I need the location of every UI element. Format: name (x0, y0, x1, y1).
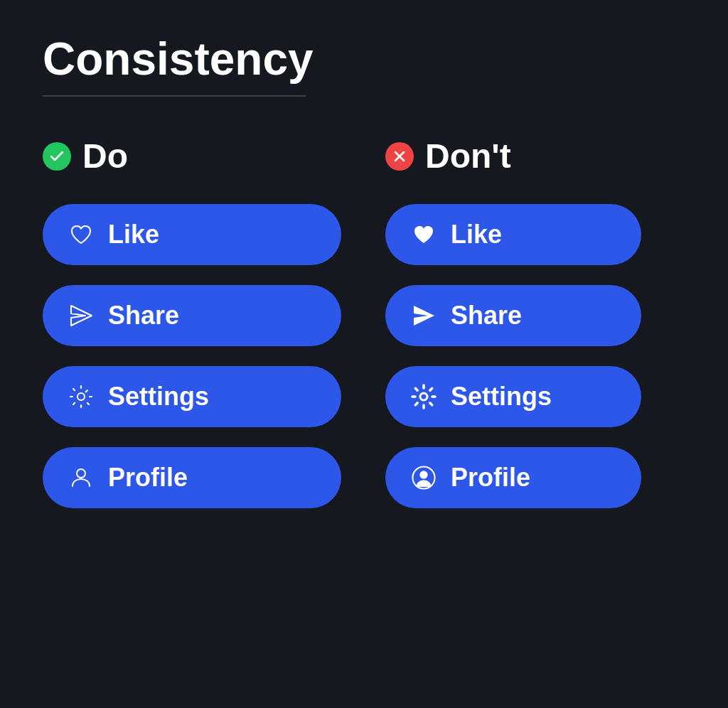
profile-circle-icon (411, 465, 437, 490)
svg-point-6 (420, 393, 427, 400)
title-divider (43, 95, 306, 97)
columns-container: Do Like (43, 136, 685, 528)
heart-filled-icon (411, 222, 437, 247)
dont-like-label: Like (451, 220, 502, 250)
do-column-header: Do (43, 136, 343, 176)
dont-profile-row: Profile (385, 447, 685, 508)
do-share-label: Share (108, 301, 179, 331)
do-like-button[interactable]: Like (43, 204, 341, 265)
do-settings-button[interactable]: Settings (43, 366, 341, 427)
share-filled-icon (411, 303, 437, 328)
svg-marker-5 (414, 306, 434, 326)
dont-share-row: Share (385, 285, 685, 346)
dont-settings-row: Settings (385, 366, 685, 427)
dont-profile-button[interactable]: Profile (385, 447, 641, 508)
dont-settings-button[interactable]: Settings (385, 366, 641, 427)
page-title: Consistency (43, 34, 685, 84)
settings-filled-icon (411, 384, 437, 409)
dont-label: Don't (425, 136, 511, 176)
dont-column-header: Don't (385, 136, 685, 176)
do-profile-button[interactable]: Profile (43, 447, 341, 508)
dont-like-row: Like (385, 204, 685, 265)
do-check-icon (43, 142, 71, 171)
do-column: Do Like (43, 136, 343, 528)
svg-point-8 (420, 471, 427, 478)
dont-settings-label: Settings (451, 382, 552, 412)
do-share-button[interactable]: Share (43, 285, 341, 346)
do-profile-label: Profile (108, 463, 188, 493)
dont-profile-label: Profile (451, 463, 530, 493)
page-container: Consistency Do (43, 34, 685, 528)
profile-outline-icon (68, 465, 94, 490)
do-settings-row: Settings (43, 366, 343, 427)
svg-point-1 (77, 393, 85, 400)
dont-share-button[interactable]: Share (385, 285, 641, 346)
heart-outline-icon (68, 222, 94, 247)
do-settings-label: Settings (108, 382, 209, 412)
settings-outline-icon (68, 384, 94, 409)
dont-x-icon (385, 142, 414, 171)
dont-share-label: Share (451, 301, 522, 331)
do-like-row: Like (43, 204, 343, 265)
do-like-label: Like (108, 220, 159, 250)
svg-marker-0 (71, 306, 92, 326)
dont-column: Don't Like (385, 136, 685, 528)
do-label: Do (82, 136, 128, 176)
dont-like-button[interactable]: Like (385, 204, 641, 265)
share-outline-icon (68, 303, 94, 328)
do-share-row: Share (43, 285, 343, 346)
svg-point-2 (77, 469, 85, 478)
do-profile-row: Profile (43, 447, 343, 508)
